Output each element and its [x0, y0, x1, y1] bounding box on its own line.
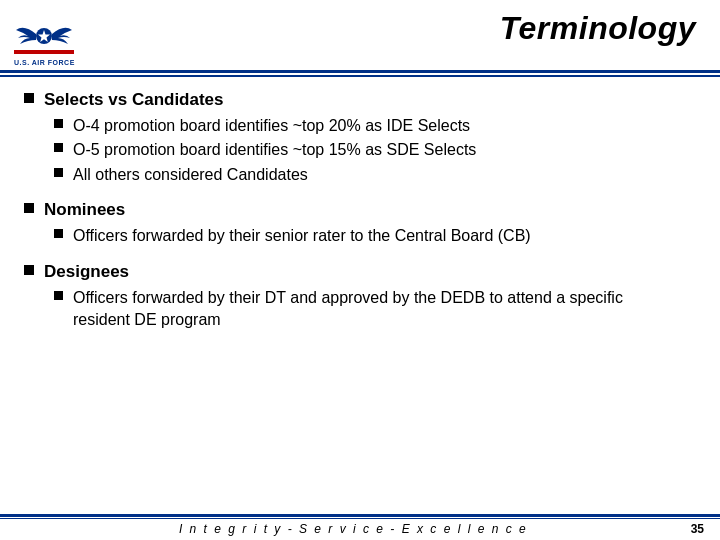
slide-header: U.S. AIR FORCE Terminology — [0, 0, 720, 70]
sub-bullets-selects: O-4 promotion board identifies ~top 20% … — [54, 115, 690, 186]
bullet-icon-designees — [24, 265, 34, 275]
footer-tagline: I n t e g r i t y - S e r v i c e - E x … — [16, 522, 691, 536]
page-number: 35 — [691, 522, 704, 536]
sub-bullet-nominees-text: Officers forwarded by their senior rater… — [73, 225, 531, 247]
sub-bullet-designees-text: Officers forwarded by their DT and appro… — [73, 287, 663, 330]
sub-bullet-o4: O-4 promotion board identifies ~top 20% … — [54, 115, 690, 137]
sub-bullet-o5: O-5 promotion board identifies ~top 15% … — [54, 139, 690, 161]
slide-title: Terminology — [500, 10, 696, 46]
sub-bullets-nominees: Officers forwarded by their senior rater… — [54, 225, 690, 247]
slide-page: U.S. AIR FORCE Terminology Selects vs Ca… — [0, 0, 720, 540]
section-nominees: Nominees Officers forwarded by their sen… — [24, 199, 690, 247]
sub-bullet-o4-text: O-4 promotion board identifies ~top 20% … — [73, 115, 470, 137]
af-label: U.S. AIR FORCE — [14, 59, 75, 66]
sub-bullet-designees-1: Officers forwarded by their DT and appro… — [54, 287, 690, 330]
bullet-icon-nominees — [24, 203, 34, 213]
bullet-icon-selects — [24, 93, 34, 103]
sub-bullets-designees: Officers forwarded by their DT and appro… — [54, 287, 690, 330]
slide-content: Selects vs Candidates O-4 promotion boar… — [0, 77, 720, 355]
sub-bullet-icon-o4 — [54, 119, 63, 128]
slide-footer: I n t e g r i t y - S e r v i c e - E x … — [0, 514, 720, 541]
svg-rect-2 — [14, 50, 74, 54]
section-selects: Selects vs Candidates O-4 promotion boar… — [24, 89, 690, 186]
sub-bullet-nominees-1: Officers forwarded by their senior rater… — [54, 225, 690, 247]
main-bullet-nominees: Nominees — [24, 199, 690, 221]
footer-divider-thick — [0, 514, 720, 517]
slide-title-area: Terminology — [75, 10, 700, 47]
footer-content: I n t e g r i t y - S e r v i c e - E x … — [0, 519, 720, 540]
sub-bullet-all-others: All others considered Candidates — [54, 164, 690, 186]
sub-bullet-others-text: All others considered Candidates — [73, 164, 308, 186]
main-bullet-designees: Designees — [24, 261, 690, 283]
selects-heading: Selects vs Candidates — [44, 89, 224, 111]
sub-bullet-icon-others — [54, 168, 63, 177]
top-divider-thick — [0, 70, 720, 73]
sub-bullet-icon-designees-1 — [54, 291, 63, 300]
nominees-heading: Nominees — [44, 199, 125, 221]
af-logo-icon — [14, 14, 74, 58]
main-bullet-selects: Selects vs Candidates — [24, 89, 690, 111]
sub-bullet-icon-nominees-1 — [54, 229, 63, 238]
logo-area: U.S. AIR FORCE — [14, 10, 75, 66]
sub-bullet-icon-o5 — [54, 143, 63, 152]
sub-bullet-o5-text: O-5 promotion board identifies ~top 15% … — [73, 139, 476, 161]
designees-heading: Designees — [44, 261, 129, 283]
section-designees: Designees Officers forwarded by their DT… — [24, 261, 690, 330]
